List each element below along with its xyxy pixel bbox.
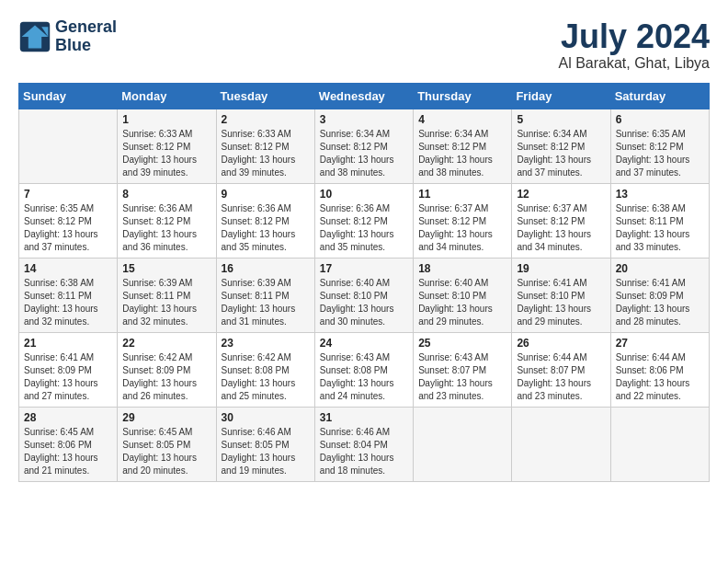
- calendar-cell: 31Sunrise: 6:46 AMSunset: 8:04 PMDayligh…: [314, 407, 413, 481]
- day-number: 21: [24, 337, 112, 350]
- calendar-cell: 20Sunrise: 6:41 AMSunset: 8:09 PMDayligh…: [610, 258, 709, 332]
- day-number: 12: [517, 188, 605, 201]
- day-number: 11: [418, 188, 506, 201]
- column-header-sunday: Sunday: [19, 83, 118, 109]
- calendar-cell: 18Sunrise: 6:40 AMSunset: 8:10 PMDayligh…: [414, 258, 512, 332]
- calendar-cell: 13Sunrise: 6:38 AMSunset: 8:11 PMDayligh…: [610, 183, 709, 258]
- day-info: Sunrise: 6:43 AMSunset: 8:08 PMDaylight:…: [320, 351, 408, 403]
- day-info: Sunrise: 6:40 AMSunset: 8:10 PMDaylight:…: [320, 277, 408, 328]
- calendar-cell: 16Sunrise: 6:39 AMSunset: 8:11 PMDayligh…: [216, 258, 314, 332]
- calendar-cell: 14Sunrise: 6:38 AMSunset: 8:11 PMDayligh…: [19, 258, 118, 332]
- week-row: 21Sunrise: 6:41 AMSunset: 8:09 PMDayligh…: [19, 332, 710, 407]
- calendar-cell: 27Sunrise: 6:44 AMSunset: 8:06 PMDayligh…: [610, 332, 709, 407]
- calendar-cell: 4Sunrise: 6:34 AMSunset: 8:12 PMDaylight…: [414, 109, 512, 183]
- day-number: 7: [24, 188, 112, 201]
- week-row: 7Sunrise: 6:35 AMSunset: 8:12 PMDaylight…: [19, 183, 710, 258]
- logo: General Blue: [18, 18, 117, 55]
- calendar-cell: 12Sunrise: 6:37 AMSunset: 8:12 PMDayligh…: [512, 183, 610, 258]
- day-number: 16: [222, 262, 310, 275]
- calendar-table: SundayMondayTuesdayWednesdayThursdayFrid…: [18, 83, 710, 482]
- page: General Blue July 2024 Al Barakat, Ghat,…: [0, 0, 728, 491]
- calendar-cell: 2Sunrise: 6:33 AMSunset: 8:12 PMDaylight…: [216, 109, 314, 183]
- day-number: 29: [122, 411, 210, 424]
- day-info: Sunrise: 6:42 AMSunset: 8:09 PMDaylight:…: [122, 351, 210, 403]
- calendar-cell: 24Sunrise: 6:43 AMSunset: 8:08 PMDayligh…: [314, 332, 413, 407]
- day-number: 31: [320, 411, 408, 424]
- day-info: Sunrise: 6:36 AMSunset: 8:12 PMDaylight:…: [122, 202, 210, 254]
- day-info: Sunrise: 6:46 AMSunset: 8:05 PMDaylight:…: [222, 426, 310, 477]
- day-number: 5: [517, 113, 605, 126]
- day-info: Sunrise: 6:37 AMSunset: 8:12 PMDaylight:…: [517, 202, 605, 254]
- day-info: Sunrise: 6:42 AMSunset: 8:08 PMDaylight:…: [222, 351, 310, 403]
- day-info: Sunrise: 6:33 AMSunset: 8:12 PMDaylight:…: [122, 128, 210, 179]
- day-info: Sunrise: 6:41 AMSunset: 8:10 PMDaylight:…: [517, 277, 605, 328]
- logo-text: General Blue: [55, 18, 117, 55]
- calendar-cell: 22Sunrise: 6:42 AMSunset: 8:09 PMDayligh…: [118, 332, 216, 407]
- calendar-cell: 10Sunrise: 6:36 AMSunset: 8:12 PMDayligh…: [314, 183, 413, 258]
- day-info: Sunrise: 6:44 AMSunset: 8:07 PMDaylight:…: [517, 351, 605, 403]
- day-info: Sunrise: 6:34 AMSunset: 8:12 PMDaylight:…: [418, 128, 506, 179]
- logo-line2: Blue: [55, 37, 117, 55]
- day-number: 9: [222, 188, 310, 201]
- day-info: Sunrise: 6:35 AMSunset: 8:12 PMDaylight:…: [24, 202, 112, 254]
- calendar-cell: 3Sunrise: 6:34 AMSunset: 8:12 PMDaylight…: [314, 109, 413, 183]
- calendar-cell: [512, 407, 610, 481]
- week-row: 14Sunrise: 6:38 AMSunset: 8:11 PMDayligh…: [19, 258, 710, 332]
- column-header-thursday: Thursday: [414, 83, 512, 109]
- day-info: Sunrise: 6:45 AMSunset: 8:05 PMDaylight:…: [122, 426, 210, 477]
- day-info: Sunrise: 6:40 AMSunset: 8:10 PMDaylight:…: [418, 277, 506, 328]
- day-number: 14: [24, 262, 112, 275]
- week-row: 28Sunrise: 6:45 AMSunset: 8:06 PMDayligh…: [19, 407, 710, 481]
- day-info: Sunrise: 6:34 AMSunset: 8:12 PMDaylight:…: [320, 128, 408, 179]
- day-number: 27: [616, 337, 704, 350]
- day-info: Sunrise: 6:44 AMSunset: 8:06 PMDaylight:…: [616, 351, 704, 403]
- day-number: 26: [517, 337, 605, 350]
- day-number: 10: [320, 188, 408, 201]
- day-info: Sunrise: 6:43 AMSunset: 8:07 PMDaylight:…: [418, 351, 506, 403]
- day-number: 20: [616, 262, 704, 275]
- main-title: July 2024: [558, 18, 710, 55]
- column-header-tuesday: Tuesday: [216, 83, 314, 109]
- calendar-cell: 26Sunrise: 6:44 AMSunset: 8:07 PMDayligh…: [512, 332, 610, 407]
- day-number: 22: [122, 337, 210, 350]
- calendar-cell: 25Sunrise: 6:43 AMSunset: 8:07 PMDayligh…: [414, 332, 512, 407]
- calendar-cell: 8Sunrise: 6:36 AMSunset: 8:12 PMDaylight…: [118, 183, 216, 258]
- day-info: Sunrise: 6:34 AMSunset: 8:12 PMDaylight:…: [517, 128, 605, 179]
- day-info: Sunrise: 6:39 AMSunset: 8:11 PMDaylight:…: [122, 277, 210, 328]
- day-number: 23: [222, 337, 310, 350]
- calendar-cell: 5Sunrise: 6:34 AMSunset: 8:12 PMDaylight…: [512, 109, 610, 183]
- calendar-cell: 15Sunrise: 6:39 AMSunset: 8:11 PMDayligh…: [118, 258, 216, 332]
- day-number: 1: [122, 113, 210, 126]
- day-info: Sunrise: 6:45 AMSunset: 8:06 PMDaylight:…: [24, 426, 112, 477]
- calendar-cell: 7Sunrise: 6:35 AMSunset: 8:12 PMDaylight…: [19, 183, 118, 258]
- day-number: 24: [320, 337, 408, 350]
- calendar-cell: [610, 407, 709, 481]
- day-number: 6: [616, 113, 704, 126]
- calendar-cell: 6Sunrise: 6:35 AMSunset: 8:12 PMDaylight…: [610, 109, 709, 183]
- calendar-cell: 29Sunrise: 6:45 AMSunset: 8:05 PMDayligh…: [118, 407, 216, 481]
- day-info: Sunrise: 6:38 AMSunset: 8:11 PMDaylight:…: [24, 277, 112, 328]
- day-number: 13: [616, 188, 704, 201]
- day-number: 3: [320, 113, 408, 126]
- day-number: 17: [320, 262, 408, 275]
- calendar-header-row: SundayMondayTuesdayWednesdayThursdayFrid…: [19, 83, 710, 109]
- day-info: Sunrise: 6:46 AMSunset: 8:04 PMDaylight:…: [320, 426, 408, 477]
- day-info: Sunrise: 6:38 AMSunset: 8:11 PMDaylight:…: [616, 202, 704, 254]
- calendar-cell: 21Sunrise: 6:41 AMSunset: 8:09 PMDayligh…: [19, 332, 118, 407]
- day-info: Sunrise: 6:39 AMSunset: 8:11 PMDaylight:…: [222, 277, 310, 328]
- week-row: 1Sunrise: 6:33 AMSunset: 8:12 PMDaylight…: [19, 109, 710, 183]
- column-header-saturday: Saturday: [610, 83, 709, 109]
- title-block: July 2024 Al Barakat, Ghat, Libya: [558, 18, 710, 72]
- calendar-cell: 30Sunrise: 6:46 AMSunset: 8:05 PMDayligh…: [216, 407, 314, 481]
- day-number: 19: [517, 262, 605, 275]
- logo-line1: General: [55, 18, 117, 37]
- calendar-cell: 9Sunrise: 6:36 AMSunset: 8:12 PMDaylight…: [216, 183, 314, 258]
- day-number: 4: [418, 113, 506, 126]
- column-header-wednesday: Wednesday: [314, 83, 413, 109]
- calendar-cell: 28Sunrise: 6:45 AMSunset: 8:06 PMDayligh…: [19, 407, 118, 481]
- calendar-cell: 11Sunrise: 6:37 AMSunset: 8:12 PMDayligh…: [414, 183, 512, 258]
- calendar-cell: 17Sunrise: 6:40 AMSunset: 8:10 PMDayligh…: [314, 258, 413, 332]
- calendar-cell: 1Sunrise: 6:33 AMSunset: 8:12 PMDaylight…: [118, 109, 216, 183]
- day-info: Sunrise: 6:41 AMSunset: 8:09 PMDaylight:…: [24, 351, 112, 403]
- day-number: 28: [24, 411, 112, 424]
